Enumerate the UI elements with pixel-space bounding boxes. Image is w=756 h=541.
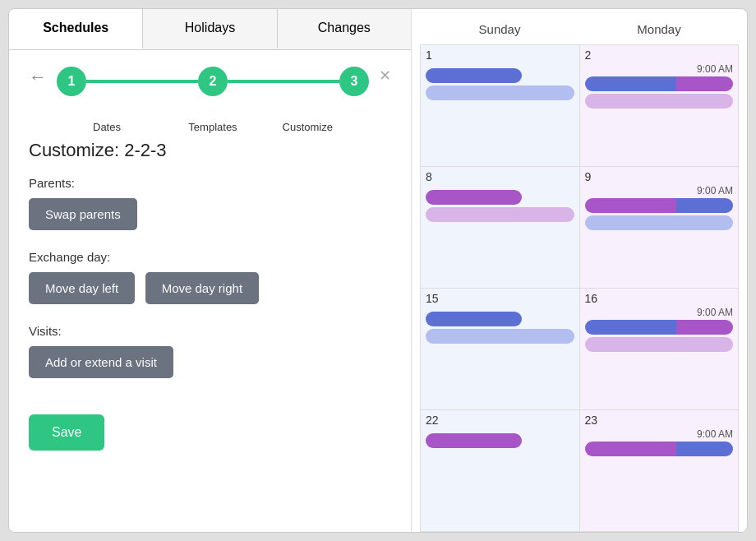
time-2: 9:00 AM <box>585 185 734 197</box>
bar-purple-m1 <box>676 76 733 91</box>
table-row: 8 9 9:00 AM <box>420 166 739 288</box>
bar-purple-2 <box>426 190 522 205</box>
bar-blue-m3 <box>585 320 677 335</box>
table-row: 1 2 9:00 AM <box>420 44 739 166</box>
step-1-circle[interactable]: 1 <box>57 67 86 96</box>
time-3: 9:00 AM <box>585 307 734 318</box>
date-22: 22 <box>426 414 574 427</box>
table-row: 22 23 9:00 AM <box>420 409 739 532</box>
bar-purple-light-1 <box>585 94 734 109</box>
bar-blue-m2 <box>676 198 733 213</box>
panel-content: ← 1 2 3 Dates Templates <box>9 50 411 532</box>
calendar-grid: 1 2 9:00 AM 8 <box>412 44 747 532</box>
move-day-left-button[interactable]: Move day left <box>29 272 135 304</box>
bar-purple-m3 <box>676 320 733 335</box>
date-8: 8 <box>426 170 574 183</box>
parents-section: Parents: Swap parents <box>29 176 391 235</box>
date-9: 9 <box>585 170 734 183</box>
week3-sunday: 15 <box>421 289 580 409</box>
exchange-day-section: Exchange day: Move day left Move day rig… <box>29 250 391 309</box>
bar-blue-m4 <box>676 442 733 456</box>
week4-sunday: 22 <box>421 410 580 531</box>
bar-purple-light-2 <box>426 207 574 222</box>
bar-blue-light-3 <box>426 329 574 344</box>
left-panel: Schedules Holidays Changes ← 1 2 3 <box>9 9 412 532</box>
stepper-labels: Dates Templates Customize <box>57 118 369 133</box>
bar-purple-light-3 <box>585 337 734 352</box>
calendar-header: Sunday Monday <box>412 17 747 41</box>
table-row: 15 16 9:00 AM <box>420 288 739 409</box>
week4-monday: 23 9:00 AM <box>580 410 739 531</box>
swap-parents-button[interactable]: Swap parents <box>29 198 137 230</box>
date-2: 2 <box>585 49 734 62</box>
tabs-bar: Schedules Holidays Changes <box>9 9 411 50</box>
step-3-label: Customize <box>253 121 333 133</box>
bar-blue-3 <box>426 312 522 326</box>
stepper: 1 2 3 <box>57 67 369 96</box>
week1-monday: 2 9:00 AM <box>580 45 739 166</box>
step-1-label: Dates <box>93 121 173 133</box>
sunday-header: Sunday <box>420 17 579 41</box>
date-16: 16 <box>585 292 734 305</box>
date-23: 23 <box>585 414 734 427</box>
monday-header: Monday <box>579 17 739 41</box>
week2-sunday: 8 <box>421 167 580 288</box>
exchange-day-label: Exchange day: <box>29 250 391 264</box>
bar-blue-1 <box>426 68 522 83</box>
week2-monday: 9 9:00 AM <box>580 167 739 288</box>
date-15: 15 <box>426 292 574 305</box>
bar-purple-4 <box>426 433 522 448</box>
step-2-label: Templates <box>173 121 252 133</box>
week3-monday: 16 9:00 AM <box>580 289 739 409</box>
step-3-circle[interactable]: 3 <box>339 67 369 96</box>
move-day-right-button[interactable]: Move day right <box>145 272 259 304</box>
time-1: 9:00 AM <box>585 63 734 75</box>
save-button[interactable]: Save <box>29 414 104 451</box>
parents-label: Parents: <box>29 176 391 190</box>
bar-blue-light-1 <box>426 86 574 100</box>
step-line-1 <box>86 80 198 83</box>
bar-purple-m2 <box>585 198 677 213</box>
customize-title: Customize: 2-2-3 <box>29 140 391 161</box>
tab-schedules[interactable]: Schedules <box>9 9 143 49</box>
date-1: 1 <box>426 49 574 62</box>
step-2-circle[interactable]: 2 <box>198 67 228 96</box>
add-visit-button[interactable]: Add or extend a visit <box>29 346 173 378</box>
right-panel: Sunday Monday 1 2 9:00 AM <box>412 9 747 532</box>
tab-holidays[interactable]: Holidays <box>143 9 277 49</box>
bar-purple-m4 <box>585 442 677 456</box>
visits-label: Visits: <box>29 324 391 338</box>
bar-blue-m1 <box>585 76 677 91</box>
bar-blue-light-2 <box>585 215 734 230</box>
time-4: 9:00 AM <box>585 428 734 440</box>
stepper-steps: 1 2 3 <box>57 67 369 96</box>
main-container: Schedules Holidays Changes ← 1 2 3 <box>8 8 748 533</box>
tab-changes[interactable]: Changes <box>278 9 411 49</box>
back-button[interactable]: ← <box>29 67 47 88</box>
visits-section: Visits: Add or extend a visit <box>29 324 391 383</box>
step-line-2 <box>228 80 339 83</box>
week1-sunday: 1 <box>421 45 580 166</box>
close-button[interactable]: ✕ <box>379 67 391 85</box>
